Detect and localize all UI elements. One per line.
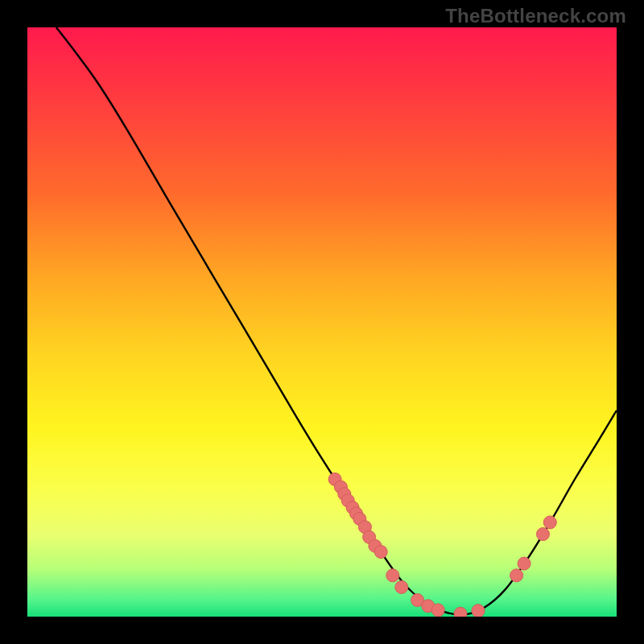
curve-marker [543,516,556,529]
plot-area [27,27,617,617]
curve-marker [454,607,467,617]
curve-marker [395,580,408,593]
curve-marker [510,569,523,582]
curve-marker [374,546,387,559]
chart-frame: TheBottleneck.com [0,0,644,644]
curve-marker [472,605,485,617]
curve-marker [518,557,530,570]
curve-marker [537,528,550,541]
watermark-text: TheBottleneck.com [445,5,626,27]
chart-svg [27,27,617,617]
bottleneck-curve [56,27,617,615]
curve-marker [386,569,399,582]
curve-markers [328,473,556,617]
curve-marker [431,604,444,617]
